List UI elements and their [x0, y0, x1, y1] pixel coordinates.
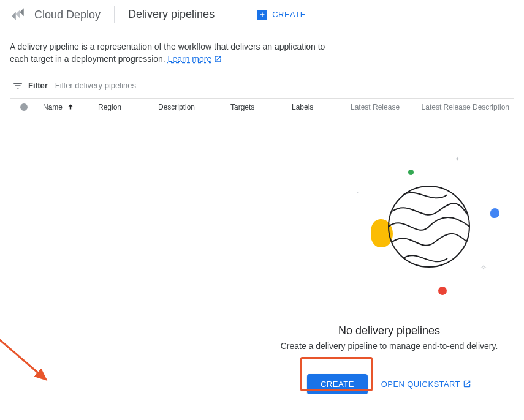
filter-icon: [12, 80, 23, 91]
filter-bar: Filter: [10, 73, 514, 98]
svg-line-1: [0, 323, 46, 380]
column-latest-release-description-label: Latest Release Description: [422, 103, 509, 111]
column-labels[interactable]: Labels: [287, 103, 346, 111]
column-region-label: Region: [98, 103, 121, 111]
open-in-new-icon: [463, 380, 471, 388]
column-latest-release[interactable]: Latest Release: [346, 103, 414, 111]
learn-more-link[interactable]: Learn more: [168, 53, 222, 65]
empty-state-actions: CREATE OPEN QUICKSTART: [251, 374, 524, 394]
column-description-label: Description: [158, 103, 195, 111]
decorative-dot-icon: [490, 208, 499, 218]
cloud-deploy-logo-icon: [10, 6, 27, 23]
column-latest-release-description[interactable]: Latest Release Description: [414, 103, 514, 111]
column-select-all[interactable]: [10, 103, 38, 111]
content-area: Filter Name Region Description Targets L…: [10, 73, 514, 116]
empty-state-subtitle: Create a delivery pipeline to manage end…: [251, 341, 524, 351]
open-quickstart-label: OPEN QUICKSTART: [381, 380, 460, 389]
top-header: Cloud Deploy Delivery pipelines + CREATE: [0, 0, 524, 29]
create-button-header-label: CREATE: [272, 10, 306, 19]
sort-ascending-icon: [66, 103, 75, 111]
empty-state-title: No delivery pipelines: [251, 324, 524, 337]
decorative-dot-icon: [408, 170, 414, 175]
sparkle-icon: ✦: [455, 156, 460, 162]
column-targets-label: Targets: [230, 103, 254, 111]
open-in-new-icon: [214, 55, 222, 63]
sparkle-icon: ✧: [480, 263, 487, 272]
product-name: Cloud Deploy: [34, 6, 115, 23]
create-button-label: CREATE: [321, 380, 354, 389]
empty-illustration: ✦ • ✧: [288, 147, 524, 324]
plus-icon: +: [257, 10, 267, 20]
column-description[interactable]: Description: [153, 103, 226, 111]
column-latest-release-label: Latest Release: [351, 103, 400, 111]
open-quickstart-link[interactable]: OPEN QUICKSTART: [381, 380, 471, 389]
column-name[interactable]: Name: [38, 103, 93, 111]
column-region[interactable]: Region: [93, 103, 153, 111]
column-name-label: Name: [43, 103, 63, 111]
create-button[interactable]: CREATE: [307, 374, 368, 394]
decorative-dot-icon: [438, 287, 447, 295]
column-labels-label: Labels: [292, 103, 313, 111]
page-title: Delivery pipelines: [128, 8, 215, 21]
globe-icon: [386, 184, 472, 269]
empty-state: ✦ • ✧ No delivery pipelines Create a del…: [0, 147, 524, 394]
sparkle-icon: •: [357, 190, 359, 195]
status-dot-icon: [20, 103, 28, 111]
filter-label: Filter: [28, 81, 48, 90]
annotation-arrow-icon: [0, 318, 74, 392]
filter-input[interactable]: [55, 81, 512, 90]
learn-more-label: Learn more: [168, 53, 212, 65]
table-header-row: Name Region Description Targets Labels L…: [10, 98, 514, 116]
column-targets[interactable]: Targets: [226, 103, 287, 111]
page-description: A delivery pipeline is a representation …: [0, 29, 343, 73]
create-button-header[interactable]: + CREATE: [257, 10, 306, 20]
